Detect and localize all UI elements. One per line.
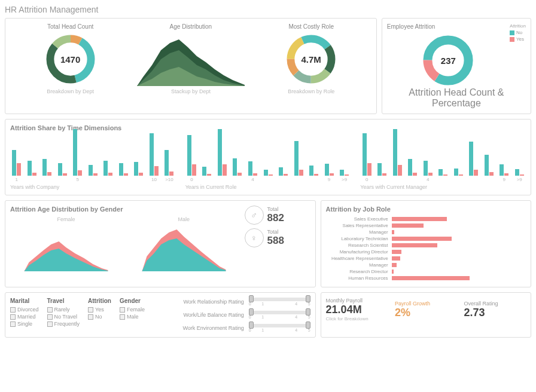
filter-title-travel: Travel <box>47 298 80 304</box>
jobrole-card: Attrition by Job Role Sales ExecutiveSal… <box>321 200 531 287</box>
jobrole-row[interactable]: Sales Executive <box>326 216 526 222</box>
growth-value: 2% <box>395 307 456 319</box>
slider-label: Work Relationship Rating <box>166 299 244 305</box>
jobrole-row[interactable]: Human Resources <box>326 275 526 281</box>
bar-pair[interactable] <box>261 170 275 183</box>
bar-pair[interactable]: 4 <box>421 161 434 183</box>
attrition-value: 237 <box>441 56 456 66</box>
bar-pair[interactable] <box>200 167 214 183</box>
bargroup-label: Years with Current Manager <box>360 184 526 190</box>
rating-slider[interactable] <box>249 298 310 301</box>
bar-pair[interactable] <box>452 169 465 183</box>
filter-checkbox[interactable]: Rarely <box>47 307 80 313</box>
rating-slider[interactable] <box>249 311 310 314</box>
headcount-card[interactable]: Total Head Count 1470 Breakdown by Dept <box>10 23 130 109</box>
page-title: HR Attrition Management <box>5 5 531 14</box>
bar-pair[interactable] <box>216 129 229 183</box>
bar-pair[interactable]: 0 <box>360 133 373 183</box>
bar-pair[interactable]: >9 <box>338 170 351 183</box>
filter-checkbox[interactable]: Yes <box>88 307 111 313</box>
time-dimensions-card: Attrition Share by Time Dimensions 1510>… <box>5 119 531 195</box>
role-value: 4.7M <box>301 54 321 65</box>
slider-label: Work Environment Rating <box>166 325 244 331</box>
bar-pair[interactable]: 10 <box>148 133 161 183</box>
role-label: Most Costly Role <box>288 23 334 30</box>
bar-pair[interactable] <box>102 161 115 183</box>
filter-title-attrition: Attrition <box>88 298 111 304</box>
headcount-value: 1470 <box>60 54 80 65</box>
bar-pair[interactable]: 4 <box>246 161 260 183</box>
filter-checkbox[interactable]: Frequently <box>47 321 80 327</box>
filter-checkbox[interactable]: Single <box>10 321 39 327</box>
bar-pair[interactable] <box>87 165 100 183</box>
filter-title-marital: Marital <box>10 298 39 304</box>
gender-card: Attrition Age Distribution by Gender Fem… <box>5 200 316 287</box>
bar-pair[interactable] <box>231 158 244 183</box>
bar-pair[interactable] <box>41 159 54 183</box>
bar-pair[interactable] <box>376 163 389 183</box>
bar-pair[interactable] <box>117 163 130 183</box>
male-icon: ♂ <box>245 206 264 225</box>
payroll-sub: Click for Breakdown <box>326 316 388 321</box>
bargroup-label: Years with Company <box>10 184 176 190</box>
attrition-legend: Attrition No Yes <box>510 23 526 42</box>
attrition-sub: Attrition Head Count & Percentage <box>387 87 526 109</box>
filter-checkbox[interactable]: Divorced <box>10 307 39 313</box>
bar-pair[interactable]: >10 <box>163 150 176 183</box>
jobrole-row[interactable]: Manager <box>326 262 526 268</box>
male-area-chart <box>128 223 240 271</box>
bar-pair[interactable] <box>467 142 480 183</box>
bar-pair[interactable]: 5 <box>71 129 84 183</box>
payroll-value: 21.04M <box>326 304 388 316</box>
bar-pair[interactable] <box>132 162 145 183</box>
filters-card: MaritalDivorcedMarriedSingleTravelRarely… <box>5 292 316 338</box>
filter-checkbox[interactable]: Male <box>120 314 145 320</box>
filter-checkbox[interactable]: No <box>88 314 111 320</box>
age-card[interactable]: Age Distribution Stackup by Dept <box>130 23 251 109</box>
filter-checkbox[interactable]: No Travel <box>47 314 80 320</box>
jobrole-row[interactable]: Laboratory Technician <box>326 236 526 241</box>
filter-title-gender: Gender <box>120 298 145 304</box>
bar-pair[interactable] <box>406 159 419 183</box>
jobrole-row[interactable]: Research Scientist <box>326 243 526 248</box>
rating-value: 2.73 <box>464 307 526 319</box>
bar-pair[interactable]: 9 <box>498 164 511 183</box>
female-total: ♀ Total588 <box>245 228 310 247</box>
jobrole-row[interactable]: Manufacturing Director <box>326 249 526 255</box>
attrition-card[interactable]: Employee Attrition 237 Attrition No Yes … <box>382 18 531 114</box>
bar-pair[interactable]: >9 <box>513 169 526 183</box>
role-sub: Breakdown by Role <box>288 88 334 94</box>
time-title: Attrition Share by Time Dimensions <box>10 124 526 131</box>
bar-pair[interactable]: 1 <box>10 150 23 183</box>
bar-pair[interactable]: 0 <box>185 135 199 183</box>
bar-pair[interactable] <box>277 167 290 183</box>
bargroup-label: Years in Current Role <box>185 184 351 190</box>
bar-pair[interactable] <box>437 169 450 183</box>
bar-pair[interactable] <box>292 141 305 183</box>
growth-label: Payroll Growth <box>395 301 456 307</box>
bar-pair[interactable] <box>391 129 404 183</box>
kpi-card[interactable]: Monthly Payroll 21.04M Click for Breakdo… <box>321 292 531 338</box>
filter-checkbox[interactable]: Married <box>10 314 39 320</box>
bar-pair[interactable] <box>26 161 39 183</box>
bar-pair[interactable] <box>482 155 495 183</box>
filter-checkbox[interactable]: Female <box>120 307 145 313</box>
headcount-sub: Breakdown by Dept <box>47 88 94 94</box>
slider-label: Work/Life Balance Rating <box>166 312 244 318</box>
bar-pair[interactable] <box>56 163 69 183</box>
jobrole-row[interactable]: Healthcare Representative <box>326 256 526 261</box>
gender-title: Attrition Age Distribution by Gender <box>10 206 240 213</box>
jobrole-row[interactable]: Sales Representative <box>326 223 526 228</box>
age-area-chart <box>137 32 245 86</box>
attrition-label: Employee Attrition <box>387 23 510 30</box>
male-total: ♂ Total882 <box>245 206 310 225</box>
age-sub: Stackup by Dept <box>171 88 211 94</box>
rating-label: Overall Rating <box>464 301 526 307</box>
age-label: Age Distribution <box>170 23 212 30</box>
rating-slider[interactable] <box>249 324 310 327</box>
jobrole-row[interactable]: Research Director <box>326 269 526 274</box>
bar-pair[interactable] <box>307 166 321 183</box>
bar-pair[interactable]: 9 <box>322 164 336 183</box>
role-card[interactable]: Most Costly Role 4.7M Breakdown by Role <box>251 23 371 109</box>
jobrole-row[interactable]: Manager <box>326 229 526 235</box>
